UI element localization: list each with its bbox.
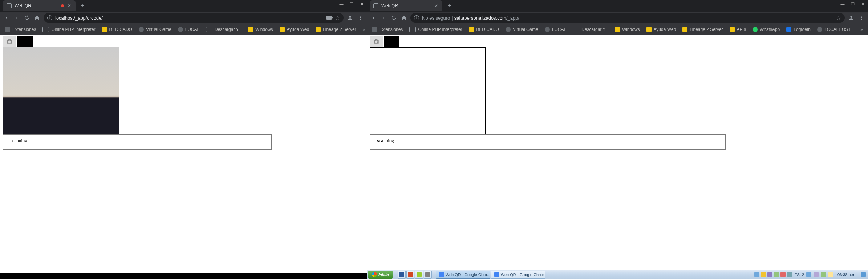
tab-close-button[interactable]: ✕ <box>67 3 72 8</box>
bookmark-icon <box>178 27 183 32</box>
svg-point-0 <box>349 16 351 18</box>
new-tab-button[interactable]: + <box>446 2 453 9</box>
bookmark-icon <box>730 27 735 32</box>
bookmark-item[interactable]: Online PHP Interpreter <box>40 25 97 34</box>
bookmarks-overflow-button[interactable]: » <box>361 27 368 32</box>
close-window-button[interactable]: ✕ <box>858 0 868 8</box>
bookmark-item[interactable]: APIs <box>727 25 748 34</box>
bookmark-label: DEDICADO <box>476 27 499 32</box>
bookmark-item[interactable]: LOCAL <box>176 25 202 34</box>
bookmark-item[interactable]: Descargar YT <box>204 25 244 34</box>
account-icon[interactable] <box>848 14 855 21</box>
start-button[interactable]: Inicio <box>368 271 393 279</box>
bookmark-item[interactable]: Online PHP Interpreter <box>407 25 464 34</box>
site-info-icon[interactable]: i <box>414 15 419 20</box>
forward-button[interactable] <box>13 14 20 21</box>
account-icon[interactable] <box>346 14 354 21</box>
tray-extra-icon-2[interactable] <box>814 272 819 277</box>
bookmark-star-icon[interactable]: ☆ <box>335 15 340 21</box>
taskbar-app-button[interactable]: Web QR - Google Chrome <box>491 271 545 279</box>
tab-webqr[interactable]: Web QR ✕ <box>3 0 76 11</box>
tray-extra-icon-3[interactable] <box>821 272 826 277</box>
minimize-button[interactable]: — <box>336 0 346 8</box>
bookmark-item[interactable]: LOCALHOST <box>815 25 853 34</box>
back-button[interactable] <box>3 14 10 21</box>
bookmark-label: Lineage 2 Server <box>690 27 723 32</box>
tab-webqr[interactable]: Web QR ✕ <box>370 0 442 11</box>
back-button[interactable] <box>370 14 377 21</box>
language-indicator[interactable]: ES <box>794 272 800 277</box>
video-mode-button[interactable] <box>17 36 33 46</box>
bookmark-icon <box>102 27 107 32</box>
quicklaunch-item[interactable] <box>398 271 406 279</box>
tray-icon[interactable] <box>774 272 779 277</box>
bookmarks-bar: ExtensionesOnline PHP InterpreterDEDICAD… <box>367 24 868 35</box>
address-bar[interactable]: i No es seguro | saltapersonalizados.com… <box>410 13 845 23</box>
home-button[interactable] <box>400 14 407 21</box>
taskbar-app-button[interactable]: Web QR - Google Chro… <box>436 271 490 279</box>
tray-extra-icon[interactable] <box>806 272 811 277</box>
menu-button[interactable] <box>858 14 865 21</box>
camera-indicator-icon[interactable] <box>326 16 332 20</box>
bookmark-icon <box>753 27 758 32</box>
quicklaunch-item[interactable] <box>406 271 414 279</box>
bookmark-star-icon[interactable]: ☆ <box>836 15 841 21</box>
bookmark-item[interactable]: Extensiones <box>3 25 38 34</box>
bookmark-item[interactable]: Windows <box>246 25 275 34</box>
maximize-button[interactable]: ❐ <box>346 0 357 8</box>
photo-mode-button[interactable] <box>3 36 16 46</box>
video-mode-button[interactable] <box>384 36 399 46</box>
forward-button[interactable] <box>380 14 387 21</box>
home-button[interactable] <box>33 14 41 21</box>
app-icon <box>399 272 404 277</box>
bookmark-item[interactable]: Lineage 2 Server <box>680 25 725 34</box>
bookmark-item[interactable]: Ayuda Web <box>644 25 678 34</box>
quicklaunch-item[interactable] <box>415 271 423 279</box>
browser-window-left: Web QR ✕ + — ❐ ✕ i localhost/_app/qrcode… <box>0 0 367 273</box>
bookmark-label: Online PHP Interpreter <box>418 27 462 32</box>
window-controls: — ❐ ✕ <box>837 0 868 8</box>
show-desktop-icon[interactable] <box>861 272 866 277</box>
bookmark-label: DEDICADO <box>109 27 132 32</box>
new-tab-button[interactable]: + <box>79 2 86 9</box>
minimize-button[interactable]: — <box>837 0 848 8</box>
tab-title: Web QR <box>15 3 58 8</box>
tray-icon[interactable] <box>787 272 792 277</box>
bookmark-item[interactable]: WhatsApp <box>750 25 782 34</box>
bookmarks-overflow-button[interactable]: » <box>858 27 865 32</box>
tray-icon[interactable] <box>761 272 766 277</box>
bookmark-item[interactable]: Lineage 2 Server <box>313 25 358 34</box>
bookmark-item[interactable]: LogMeIn <box>784 25 813 34</box>
reload-button[interactable] <box>23 14 31 21</box>
bookmark-item[interactable]: Ayuda Web <box>277 25 312 34</box>
app-label: Web QR - Google Chro… <box>446 272 490 277</box>
address-bar[interactable]: i localhost/_app/qrcode/ ☆ <box>44 13 344 23</box>
bookmark-item[interactable]: Virtual Game <box>503 25 540 34</box>
tray-icon[interactable] <box>767 272 772 277</box>
site-info-icon[interactable]: i <box>47 15 52 20</box>
maximize-button[interactable]: ❐ <box>848 0 858 8</box>
tab-strip: Web QR ✕ + — ❐ ✕ <box>0 0 367 12</box>
bookmark-item[interactable]: DEDICADO <box>100 25 134 34</box>
reload-button[interactable] <box>390 14 397 21</box>
bookmark-icon <box>372 27 377 32</box>
bookmark-item[interactable]: Descargar YT <box>571 25 611 34</box>
tray-extra-icon-4[interactable] <box>828 272 833 277</box>
quick-launch <box>397 271 432 279</box>
taskbar-clock[interactable]: 06:38 a.m. <box>835 272 859 277</box>
bookmark-label: Extensiones <box>379 27 403 32</box>
bookmark-item[interactable]: Windows <box>613 25 642 34</box>
bookmark-icon <box>248 27 253 32</box>
tab-close-button[interactable]: ✕ <box>434 3 439 8</box>
tray-icon[interactable] <box>780 272 786 277</box>
bookmark-item[interactable]: LOCAL <box>543 25 568 34</box>
bookmark-item[interactable]: Extensiones <box>370 25 405 34</box>
bookmark-label: LOCAL <box>552 27 566 32</box>
close-window-button[interactable]: ✕ <box>357 0 367 8</box>
quicklaunch-item[interactable] <box>424 271 432 279</box>
bookmark-item[interactable]: Virtual Game <box>137 25 174 34</box>
bookmark-item[interactable]: DEDICADO <box>467 25 501 34</box>
photo-mode-button[interactable] <box>370 36 383 46</box>
menu-button[interactable] <box>357 14 364 21</box>
tray-icon[interactable] <box>754 272 759 277</box>
